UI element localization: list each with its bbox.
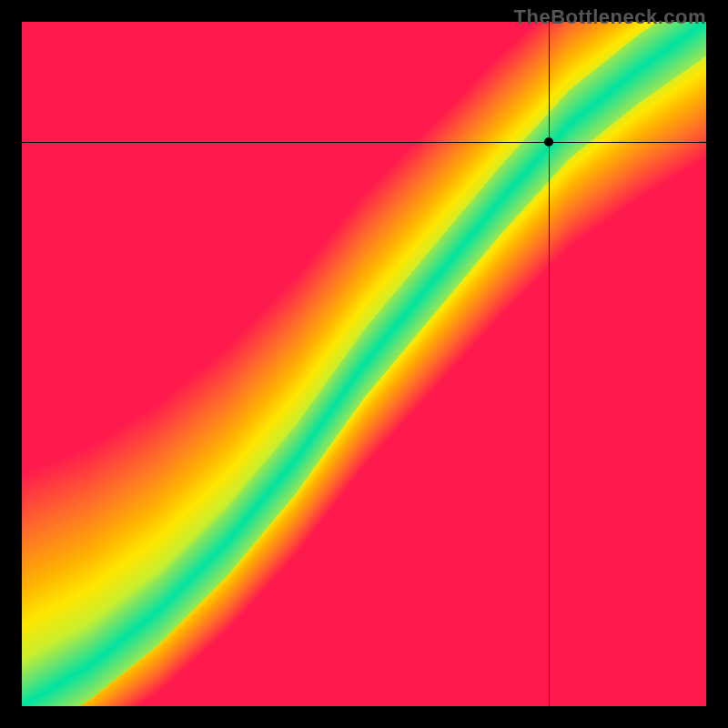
watermark-text: TheBottleneck.com [514,5,706,29]
crosshair-horizontal [22,142,706,143]
crosshair-dot [544,137,553,147]
heatmap-plot [22,22,706,706]
crosshair-vertical [549,22,550,706]
chart-container: TheBottleneck.com [0,0,728,728]
heatmap-canvas [22,22,706,706]
